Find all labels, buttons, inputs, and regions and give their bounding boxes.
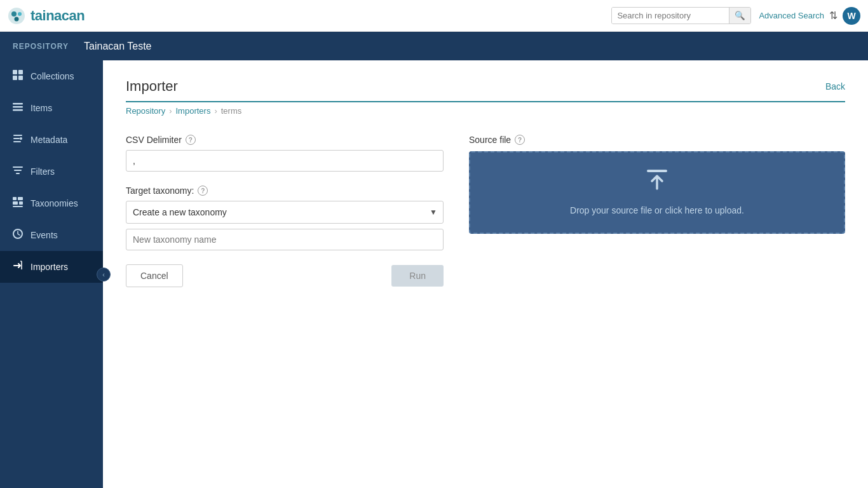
sidebar-item-events-label: Events [31, 230, 58, 240]
target-taxonomy-help-icon[interactable]: ? [198, 186, 208, 196]
taxonomy-select[interactable]: Create a new taxonomy [126, 201, 444, 224]
svg-rect-5 [18, 70, 23, 74]
logo-text: tainacan [31, 8, 85, 24]
sidebar-item-filters-label: Filters [31, 166, 55, 177]
filters-icon [11, 165, 24, 179]
svg-rect-10 [13, 109, 23, 111]
search-box: 🔍 [611, 7, 751, 24]
svg-point-0 [8, 8, 25, 24]
svg-point-11 [20, 137, 22, 140]
main-layout: Collections Items Metadata Filters Taxon… [0, 60, 868, 488]
sidebar-item-importers-label: Importers [31, 262, 68, 272]
back-button[interactable]: Back [825, 81, 845, 92]
svg-rect-8 [13, 103, 23, 105]
svg-rect-14 [13, 201, 18, 205]
form-right: Source file ? Drop your source file or c… [469, 135, 845, 287]
target-taxonomy-label: Target taxonomy: ? [126, 186, 444, 196]
svg-rect-4 [13, 70, 17, 74]
logo-icon [8, 7, 25, 25]
sidebar-item-metadata-label: Metadata [31, 135, 67, 145]
search-input[interactable] [612, 8, 729, 24]
events-icon [11, 228, 24, 242]
target-taxonomy-group: Target taxonomy: ? Create a new taxonomy… [126, 186, 444, 250]
collections-icon [11, 69, 24, 83]
form-grid: CSV Delimiter ? Target taxonomy: ? Creat… [126, 135, 845, 287]
form-left: CSV Delimiter ? Target taxonomy: ? Creat… [126, 135, 444, 287]
page-header: Importer Back [126, 78, 845, 102]
svg-rect-13 [18, 197, 23, 200]
svg-rect-16 [13, 206, 23, 207]
main-content: Importer Back Repository › Importers › t… [103, 60, 868, 488]
taxonomy-select-wrapper: Create a new taxonomy ▼ [126, 201, 444, 224]
run-button[interactable]: Run [391, 265, 444, 287]
svg-rect-12 [13, 197, 17, 200]
sidebar-item-taxonomies[interactable]: Taxonomies [0, 187, 103, 219]
svg-rect-6 [13, 76, 17, 80]
sort-icon[interactable]: ⇅ [829, 10, 837, 22]
svg-rect-15 [19, 201, 23, 205]
sidebar-item-collections-label: Collections [31, 71, 74, 81]
advanced-search-link[interactable]: Advanced Search [759, 11, 824, 20]
repo-title: Tainacan Teste [84, 41, 151, 52]
sidebar-item-items[interactable]: Items [0, 92, 103, 124]
svg-rect-7 [18, 76, 23, 80]
repo-label: REPOSITORY [13, 42, 69, 51]
file-upload-area[interactable]: Drop your source file or click here to u… [469, 151, 845, 234]
sidebar-item-events[interactable]: Events [0, 219, 103, 251]
sidebar-item-collections[interactable]: Collections [0, 60, 103, 92]
csv-delimiter-input[interactable] [126, 150, 444, 172]
breadcrumb-current: terms [221, 106, 242, 116]
logo[interactable]: tainacan [8, 7, 85, 25]
sidebar-item-metadata[interactable]: Metadata [0, 124, 103, 156]
taxonomy-name-input[interactable] [126, 229, 444, 250]
breadcrumb: Repository › Importers › terms [126, 106, 845, 116]
source-file-group: Source file ? Drop your source file or c… [469, 135, 845, 234]
items-icon [11, 101, 24, 115]
sidebar-collapse-button[interactable]: ‹ [97, 268, 111, 281]
source-file-help-icon[interactable]: ? [515, 135, 525, 145]
page-title: Importer [126, 78, 178, 95]
sidebar-item-filters[interactable]: Filters [0, 156, 103, 187]
csv-delimiter-label: CSV Delimiter ? [126, 135, 444, 145]
sidebar-item-taxonomies-label: Taxonomies [31, 198, 78, 208]
csv-delimiter-group: CSV Delimiter ? [126, 135, 444, 172]
sidebar-item-importers[interactable]: Importers [0, 251, 103, 283]
taxonomies-icon [11, 196, 24, 210]
sidebar-item-items-label: Items [31, 103, 52, 113]
upload-text: Drop your source file or click here to u… [570, 205, 744, 215]
upload-icon [644, 170, 670, 198]
topbar-links: Advanced Search [759, 11, 824, 20]
importers-icon [11, 260, 24, 274]
wp-icon[interactable]: W [843, 7, 860, 25]
cancel-button[interactable]: Cancel [126, 264, 183, 287]
svg-rect-9 [13, 106, 23, 108]
csv-delimiter-help-icon[interactable]: ? [186, 135, 196, 145]
svg-point-3 [15, 17, 19, 21]
topbar: tainacan 🔍 Advanced Search ⇅ W [0, 0, 868, 32]
form-actions: Cancel Run [126, 264, 444, 287]
source-file-label: Source file ? [469, 135, 845, 145]
breadcrumb-importers[interactable]: Importers [175, 106, 210, 116]
search-area: 🔍 Advanced Search ⇅ W [611, 7, 860, 25]
sidebar: Collections Items Metadata Filters Taxon… [0, 60, 103, 488]
breadcrumb-sep-2: › [214, 106, 217, 116]
search-button[interactable]: 🔍 [729, 8, 750, 24]
breadcrumb-sep-1: › [169, 106, 172, 116]
svg-point-2 [18, 12, 22, 16]
metadata-icon [11, 133, 24, 147]
breadcrumb-repository[interactable]: Repository [126, 106, 165, 116]
repo-header: REPOSITORY Tainacan Teste [0, 32, 868, 60]
svg-point-1 [11, 11, 17, 17]
svg-rect-18 [647, 170, 667, 172]
